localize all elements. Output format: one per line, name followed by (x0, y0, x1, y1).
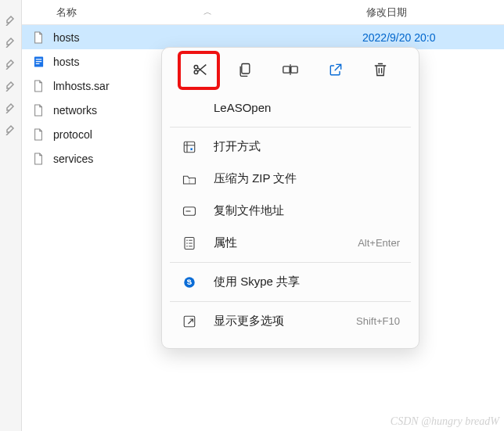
menu-item-copy-path[interactable]: 复制文件地址 (162, 195, 419, 227)
menu-item-label: 打开方式 (214, 139, 400, 154)
menu-separator (170, 301, 411, 302)
menu-item-label: 使用 Skype 共享 (214, 275, 400, 289)
file-name: hosts (53, 31, 362, 44)
share-button[interactable] (326, 60, 345, 79)
pin-icon (5, 101, 17, 113)
svg-rect-2 (35, 61, 41, 62)
pin-icon (5, 123, 17, 135)
zip-icon (181, 173, 198, 185)
more-icon (181, 314, 198, 329)
column-date[interactable]: 修改日期 (344, 5, 495, 20)
context-menu-toolbar (162, 52, 419, 88)
file-icon (31, 80, 45, 92)
trash-icon (373, 61, 388, 78)
menu-item-label: LeASOpen (214, 101, 400, 114)
svg-point-13 (184, 277, 195, 288)
menu-separator (170, 127, 411, 128)
menu-item-open-with[interactable]: 打开方式 (162, 131, 419, 163)
menu-item-label: 复制文件地址 (214, 203, 400, 218)
menu-item-label: 压缩为 ZIP 文件 (214, 171, 400, 186)
rename-icon (282, 62, 299, 77)
menu-item-shortcut: Alt+Enter (358, 237, 400, 249)
menu-item-properties[interactable]: 属性Alt+Enter (162, 227, 419, 259)
svg-point-11 (186, 242, 188, 244)
sidebar-pins (0, 0, 22, 431)
context-menu-items: LeASOpen打开方式压缩为 ZIP 文件复制文件地址属性Alt+Enter使… (162, 88, 419, 340)
svg-rect-5 (283, 66, 290, 73)
pin-icon (5, 13, 17, 26)
file-date: 2022/9/20 20:0 (362, 31, 495, 44)
share-icon (327, 62, 344, 77)
svg-rect-4 (242, 64, 250, 74)
file-icon (31, 104, 45, 117)
svg-rect-1 (35, 59, 41, 59)
menu-separator (170, 262, 411, 263)
menu-item-zip[interactable]: 压缩为 ZIP 文件 (162, 163, 419, 195)
copy-icon (237, 62, 253, 77)
rename-button[interactable] (281, 60, 300, 79)
context-menu: LeASOpen打开方式压缩为 ZIP 文件复制文件地址属性Alt+Enter使… (161, 47, 419, 349)
svg-rect-3 (35, 63, 39, 63)
properties-icon (181, 236, 198, 250)
svg-point-12 (186, 246, 188, 247)
menu-item-app[interactable]: LeASOpen (162, 92, 419, 124)
menu-item-label: 显示更多选项 (214, 314, 356, 329)
file-row[interactable]: hosts2022/9/20 20:0 (22, 25, 504, 49)
file-icon (31, 128, 45, 141)
copy-path-icon (181, 206, 198, 217)
svg-rect-6 (291, 66, 297, 73)
skype-icon (181, 275, 198, 289)
delete-button[interactable] (371, 60, 390, 79)
file-icon (31, 31, 45, 44)
watermark: CSDN @hungry breadW (391, 415, 499, 428)
menu-item-skype[interactable]: 使用 Skype 共享 (162, 266, 419, 298)
sort-indicator: ︿ (203, 6, 344, 18)
svg-point-10 (186, 239, 188, 241)
column-name[interactable]: 名称 (31, 5, 203, 20)
pin-icon (5, 79, 17, 92)
pin-icon (5, 35, 17, 48)
column-header[interactable]: 名称 ︿ 修改日期 (22, 0, 504, 25)
file-icon (31, 56, 45, 68)
open-with-icon (181, 140, 198, 154)
scissors-icon (192, 61, 209, 78)
cut-button[interactable] (191, 60, 210, 79)
menu-item-shortcut: Shift+F10 (356, 315, 400, 327)
pin-icon (5, 57, 17, 70)
copy-button[interactable] (236, 60, 254, 79)
menu-item-label: 属性 (214, 235, 358, 250)
menu-item-more[interactable]: 显示更多选项Shift+F10 (162, 305, 419, 337)
file-icon (31, 153, 45, 165)
svg-rect-7 (184, 142, 195, 153)
file-explorer-main: 名称 ︿ 修改日期 hosts2022/9/20 20:0hosts5/4 11… (22, 0, 504, 431)
